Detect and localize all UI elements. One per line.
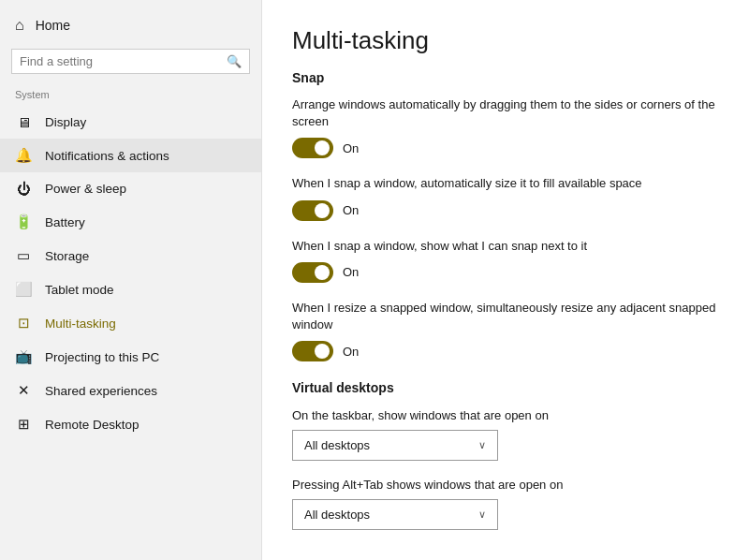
notifications-icon: 🔔 [15,147,32,164]
main-content: Multi-tasking Snap Arrange windows autom… [262,0,749,560]
multitasking-icon: ⊡ [15,315,32,332]
taskbar-chevron-icon: ∨ [478,439,486,451]
battery-icon: 🔋 [15,214,32,230]
sidebar-item-label-tablet: Tablet mode [45,283,114,297]
snap-toggle-row-2: On [292,200,719,221]
taskbar-dropdown[interactable]: All desktops ∨ [292,430,498,461]
snap-toggle-3[interactable] [292,262,333,283]
alttab-chevron-icon: ∨ [478,508,486,521]
snap-setting-1: Arrange windows automatically by draggin… [292,96,719,158]
projecting-icon: 📺 [15,348,32,365]
alttab-dropdown[interactable]: All desktops ∨ [292,499,498,530]
sidebar-item-projecting[interactable]: 📺 Projecting to this PC [0,340,261,374]
remote-icon: ⊞ [15,416,32,433]
sidebar-item-shared[interactable]: ✕ Shared experiences [0,374,261,407]
snap-toggle-row-1: On [292,138,719,158]
snap-toggle-2[interactable] [292,200,333,221]
virtual-desktops-section-title: Virtual desktops [292,380,719,395]
sidebar-item-label-notifications: Notifications & actions [45,149,169,163]
taskbar-dropdown-container: On the taskbar, show windows that are op… [292,408,719,461]
snap-setting-4: When I resize a snapped window, simultan… [292,300,719,361]
sidebar-item-battery[interactable]: 🔋 Battery [0,205,261,239]
sidebar-section-label: System [0,85,261,106]
snap-desc-2: When I snap a window, automatically size… [292,175,719,192]
snap-desc-1: Arrange windows automatically by draggin… [292,96,719,130]
snap-setting-3: When I snap a window, show what I can sn… [292,238,719,283]
virtual-desktops-divider: Virtual desktops [292,380,719,395]
storage-icon: ▭ [15,247,32,264]
sidebar-item-power[interactable]: ⏻ Power & sleep [0,172,261,205]
sidebar-home-button[interactable]: ⌂ Home [0,7,261,43]
taskbar-dropdown-value: All desktops [304,438,370,452]
sidebar-item-label-storage: Storage [45,249,89,263]
snap-toggle-4[interactable] [292,341,333,361]
sidebar-item-label-multitasking: Multi-tasking [45,317,116,331]
sidebar-item-notifications[interactable]: 🔔 Notifications & actions [0,139,261,172]
snap-desc-4: When I resize a snapped window, simultan… [292,300,719,333]
snap-toggle-row-4: On [292,341,719,361]
snap-section-title: Snap [292,70,719,85]
sidebar-item-label-battery: Battery [45,215,85,229]
snap-setting-2: When I snap a window, automatically size… [292,175,719,220]
snap-toggle-label-1: On [343,141,359,155]
sidebar-item-storage[interactable]: ▭ Storage [0,239,261,273]
sidebar-item-label-display: Display [45,115,86,129]
sidebar-item-label-shared: Shared experiences [45,384,157,398]
sidebar: ⌂ Home 🔍 System 🖥 Display 🔔 Notification… [0,0,262,560]
alttab-dropdown-label: Pressing Alt+Tab shows windows that are … [292,478,719,492]
sidebar-item-tablet[interactable]: ⬜ Tablet mode [0,273,261,306]
sidebar-home-label: Home [36,18,70,33]
snap-toggle-row-3: On [292,262,719,283]
home-icon: ⌂ [15,17,24,34]
alttab-dropdown-container: Pressing Alt+Tab shows windows that are … [292,478,719,530]
snap-toggle-1[interactable] [292,138,333,158]
search-box[interactable]: 🔍 [11,49,250,74]
sidebar-item-label-power: Power & sleep [45,182,126,196]
snap-toggle-label-3: On [343,265,359,279]
sidebar-item-label-projecting: Projecting to this PC [45,350,159,364]
taskbar-dropdown-label: On the taskbar, show windows that are op… [292,408,719,422]
snap-desc-3: When I snap a window, show what I can sn… [292,238,719,255]
snap-toggle-label-4: On [343,345,359,359]
power-icon: ⏻ [15,181,32,197]
display-icon: 🖥 [15,114,32,130]
shared-icon: ✕ [15,382,32,399]
sidebar-item-display[interactable]: 🖥 Display [0,106,261,139]
sidebar-item-remote[interactable]: ⊞ Remote Desktop [0,407,261,441]
sidebar-item-label-remote: Remote Desktop [45,418,140,432]
tablet-icon: ⬜ [15,281,32,298]
search-icon: 🔍 [227,54,242,68]
search-input[interactable] [20,54,227,68]
page-title: Multi-tasking [292,26,719,55]
snap-toggle-label-2: On [343,203,359,217]
sidebar-item-multitasking[interactable]: ⊡ Multi-tasking [0,306,261,340]
alttab-dropdown-value: All desktops [304,508,370,522]
